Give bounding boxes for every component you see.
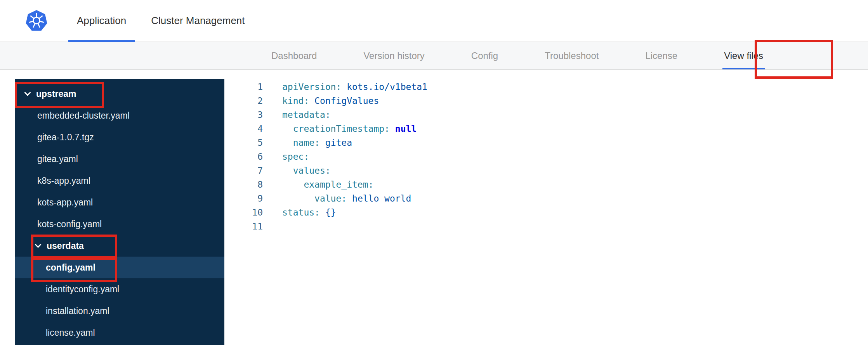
line-number: 1 (224, 80, 263, 94)
tab-view-files[interactable]: View files (724, 42, 763, 69)
line-number: 9 (224, 191, 263, 205)
subnav-tabs: DashboardVersion historyConfigTroublesho… (0, 42, 868, 69)
folder-userdata[interactable]: userdata (15, 235, 224, 257)
file-label: kots-config.yaml (37, 219, 102, 229)
app-header: Application Cluster Management (0, 0, 868, 42)
line-number: 2 (224, 94, 263, 108)
file-label: config.yaml (46, 262, 95, 273)
tab-license[interactable]: License (645, 42, 677, 69)
folder-label: upstream (36, 89, 76, 99)
file-gitea.yaml[interactable]: gitea.yaml (15, 148, 224, 170)
code-line: 5 name: gitea (224, 136, 868, 150)
code-text: apiVersion: kots.io/v1beta1 (263, 80, 427, 94)
file-tree: upstreamembedded-cluster.yamlgitea-1.0.7… (15, 79, 224, 345)
top-nav: Application Cluster Management (64, 0, 257, 41)
file-label: kots-app.yaml (37, 197, 93, 208)
folder-label: userdata (47, 241, 84, 251)
file-kots-app.yaml[interactable]: kots-app.yaml (15, 191, 224, 213)
file-kots-config.yaml[interactable]: kots-config.yaml (15, 213, 224, 235)
line-number: 11 (224, 219, 263, 233)
folder-upstream[interactable]: upstream (15, 83, 224, 105)
file-label: license.yaml (46, 328, 95, 338)
code-line: 8 example_item: (224, 178, 868, 191)
code-text: example_item: (263, 178, 373, 191)
file-label: gitea-1.0.7.tgz (37, 132, 94, 143)
code-line: 1apiVersion: kots.io/v1beta1 (224, 80, 868, 94)
line-number: 5 (224, 136, 263, 150)
code-text: name: gitea (263, 136, 352, 150)
kubernetes-logo (24, 9, 49, 33)
code-line: 6spec: (224, 150, 868, 164)
code-line: 9 value: hello world (224, 191, 868, 205)
code-text: value: hello world (263, 191, 411, 205)
code-lines: 1apiVersion: kots.io/v1beta12kind: Confi… (224, 80, 868, 233)
line-number: 6 (224, 150, 263, 164)
chevron-down-icon (24, 90, 31, 96)
file-label: k8s-app.yaml (37, 176, 90, 186)
code-line: 11 (224, 219, 868, 233)
file-label: gitea.yaml (37, 154, 78, 164)
chevron-down-icon (35, 242, 42, 248)
kots-admin-console: Application Cluster Management Dashboard… (0, 0, 868, 345)
file-label: identityconfig.yaml (46, 284, 119, 295)
line-number: 8 (224, 178, 263, 191)
line-number: 3 (224, 108, 263, 122)
file-k8s-app.yaml[interactable]: k8s-app.yaml (15, 170, 224, 191)
file-gitea-1.0.7.tgz[interactable]: gitea-1.0.7.tgz (15, 126, 224, 148)
code-line: 7 values: (224, 164, 868, 178)
code-text: values: (263, 164, 331, 178)
file-identityconfig.yaml[interactable]: identityconfig.yaml (15, 278, 224, 300)
code-text: spec: (263, 150, 309, 164)
code-line: 4 creationTimestamp: null (224, 122, 868, 136)
file-config.yaml[interactable]: config.yaml (15, 257, 224, 278)
code-editor[interactable]: 1apiVersion: kots.io/v1beta12kind: Confi… (224, 70, 868, 345)
code-text: creationTimestamp: null (263, 122, 417, 136)
tab-cluster-management[interactable]: Cluster Management (139, 0, 257, 41)
file-embedded-cluster.yaml[interactable]: embedded-cluster.yaml (15, 105, 224, 126)
tab-dashboard[interactable]: Dashboard (271, 42, 317, 69)
line-number: 10 (224, 205, 263, 219)
file-label: embedded-cluster.yaml (37, 110, 130, 121)
code-line: 3metadata: (224, 108, 868, 122)
code-text: status: {} (263, 205, 336, 219)
code-text: kind: ConfigValues (263, 94, 379, 108)
tab-troubleshoot[interactable]: Troubleshoot (545, 42, 599, 69)
code-line: 2kind: ConfigValues (224, 94, 868, 108)
code-line: 10status: {} (224, 205, 868, 219)
tab-version-history[interactable]: Version history (363, 42, 424, 69)
file-installation.yaml[interactable]: installation.yaml (15, 300, 224, 322)
main-content: upstreamembedded-cluster.yamlgitea-1.0.7… (0, 70, 868, 345)
tab-application[interactable]: Application (64, 0, 139, 41)
code-text: metadata: (263, 108, 331, 122)
kubernetes-helm-wheel-icon (25, 9, 48, 33)
code-text (263, 219, 282, 233)
app-subnav: DashboardVersion historyConfigTroublesho… (0, 42, 868, 70)
file-label: installation.yaml (46, 306, 109, 316)
tab-config[interactable]: Config (471, 42, 498, 69)
line-number: 4 (224, 122, 263, 136)
file-license.yaml[interactable]: license.yaml (15, 322, 224, 343)
line-number: 7 (224, 164, 263, 178)
